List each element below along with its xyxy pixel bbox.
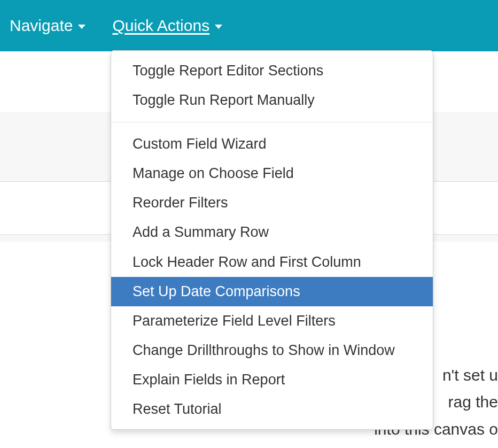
quick-actions-label: Quick Actions [112,17,209,35]
navigate-menu[interactable]: Navigate [10,17,85,35]
caret-down-icon [215,25,222,29]
menu-item-reset-tutorial[interactable]: Reset Tutorial [111,395,433,424]
quick-actions-dropdown: Toggle Report Editor Sections Toggle Run… [111,50,433,430]
menu-item-toggle-run-report-manually[interactable]: Toggle Run Report Manually [111,86,433,115]
menu-item-custom-field-wizard[interactable]: Custom Field Wizard [111,129,433,159]
navigate-label: Navigate [10,17,73,35]
menu-item-parameterize-field-level-filters[interactable]: Parameterize Field Level Filters [111,306,433,336]
menu-item-toggle-report-editor-sections[interactable]: Toggle Report Editor Sections [111,56,433,86]
menu-item-set-up-date-comparisons[interactable]: Set Up Date Comparisons [111,277,433,306]
menu-item-add-a-summary-row[interactable]: Add a Summary Row [111,218,433,247]
menu-item-explain-fields-in-report[interactable]: Explain Fields in Report [111,365,433,395]
background-text: n't set u [442,361,498,389]
top-bar: Navigate Quick Actions [0,0,498,51]
caret-down-icon [78,25,85,29]
menu-item-reorder-filters[interactable]: Reorder Filters [111,188,433,218]
quick-actions-menu[interactable]: Quick Actions [112,17,222,35]
background-text: rag the [448,388,498,415]
menu-item-change-drillthroughs-to-show-in-window[interactable]: Change Drillthroughs to Show in Window [111,336,433,365]
menu-item-lock-header-row-and-first-column[interactable]: Lock Header Row and First Column [111,248,433,277]
dropdown-divider [111,122,433,122]
menu-item-manage-on-choose-field[interactable]: Manage on Choose Field [111,159,433,188]
